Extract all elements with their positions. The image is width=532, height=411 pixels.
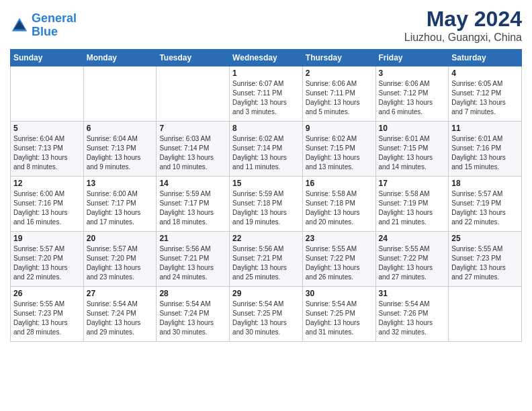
calendar-cell: 2Sunrise: 6:06 AM Sunset: 7:11 PM Daylig… bbox=[302, 66, 375, 122]
weekday-header: Friday bbox=[375, 50, 449, 66]
calendar-week: 19Sunrise: 5:57 AM Sunset: 7:20 PM Dayli… bbox=[11, 232, 522, 287]
calendar-week: 1Sunrise: 6:07 AM Sunset: 7:11 PM Daylig… bbox=[11, 66, 522, 122]
logo-icon bbox=[10, 16, 29, 35]
day-number: 11 bbox=[451, 124, 519, 133]
calendar-cell: 27Sunrise: 5:54 AM Sunset: 7:24 PM Dayli… bbox=[83, 287, 157, 342]
calendar-cell bbox=[449, 287, 522, 342]
day-info: Sunrise: 6:02 AM Sunset: 7:14 PM Dayligh… bbox=[232, 134, 300, 172]
day-info: Sunrise: 5:54 AM Sunset: 7:26 PM Dayligh… bbox=[379, 300, 446, 337]
subtitle: Liuzhou, Guangxi, China bbox=[404, 32, 522, 44]
day-number: 18 bbox=[451, 179, 519, 188]
day-number: 28 bbox=[159, 289, 226, 298]
calendar-cell: 31Sunrise: 5:54 AM Sunset: 7:26 PM Dayli… bbox=[375, 287, 449, 342]
day-number: 10 bbox=[379, 124, 446, 133]
day-info: Sunrise: 6:04 AM Sunset: 7:13 PM Dayligh… bbox=[87, 134, 154, 172]
calendar-cell: 8Sunrise: 6:02 AM Sunset: 7:14 PM Daylig… bbox=[230, 122, 303, 177]
calendar-cell: 21Sunrise: 5:56 AM Sunset: 7:21 PM Dayli… bbox=[157, 232, 230, 287]
logo-text: General Blue bbox=[32, 12, 77, 39]
calendar-cell: 24Sunrise: 5:55 AM Sunset: 7:22 PM Dayli… bbox=[375, 232, 449, 287]
day-number: 22 bbox=[232, 234, 300, 243]
calendar-cell: 7Sunrise: 6:03 AM Sunset: 7:14 PM Daylig… bbox=[157, 122, 230, 177]
calendar-cell: 23Sunrise: 5:55 AM Sunset: 7:22 PM Dayli… bbox=[302, 232, 375, 287]
calendar-cell bbox=[11, 66, 84, 122]
day-info: Sunrise: 5:54 AM Sunset: 7:24 PM Dayligh… bbox=[159, 300, 226, 337]
day-info: Sunrise: 5:54 AM Sunset: 7:25 PM Dayligh… bbox=[232, 300, 300, 337]
day-info: Sunrise: 5:57 AM Sunset: 7:19 PM Dayligh… bbox=[451, 189, 519, 227]
day-info: Sunrise: 5:59 AM Sunset: 7:18 PM Dayligh… bbox=[232, 189, 300, 227]
calendar-cell: 20Sunrise: 5:57 AM Sunset: 7:20 PM Dayli… bbox=[83, 232, 157, 287]
day-number: 26 bbox=[13, 289, 81, 298]
day-info: Sunrise: 6:01 AM Sunset: 7:16 PM Dayligh… bbox=[451, 134, 519, 172]
day-number: 31 bbox=[379, 289, 446, 298]
calendar-week: 12Sunrise: 6:00 AM Sunset: 7:16 PM Dayli… bbox=[11, 177, 522, 232]
calendar-cell: 6Sunrise: 6:04 AM Sunset: 7:13 PM Daylig… bbox=[83, 122, 157, 177]
day-number: 27 bbox=[87, 289, 154, 298]
calendar-cell: 19Sunrise: 5:57 AM Sunset: 7:20 PM Dayli… bbox=[11, 232, 84, 287]
day-info: Sunrise: 6:06 AM Sunset: 7:12 PM Dayligh… bbox=[379, 79, 446, 117]
day-info: Sunrise: 6:02 AM Sunset: 7:15 PM Dayligh… bbox=[306, 134, 373, 172]
day-info: Sunrise: 6:06 AM Sunset: 7:11 PM Dayligh… bbox=[306, 79, 373, 117]
calendar-cell: 5Sunrise: 6:04 AM Sunset: 7:13 PM Daylig… bbox=[11, 122, 84, 177]
calendar-cell: 26Sunrise: 5:55 AM Sunset: 7:23 PM Dayli… bbox=[11, 287, 84, 342]
day-number: 23 bbox=[306, 234, 373, 243]
day-number: 30 bbox=[306, 289, 373, 298]
header: General Blue May 2024 Liuzhou, Guangxi, … bbox=[10, 7, 522, 44]
calendar-cell bbox=[157, 66, 230, 122]
calendar-cell: 22Sunrise: 5:56 AM Sunset: 7:21 PM Dayli… bbox=[230, 232, 303, 287]
calendar: SundayMondayTuesdayWednesdayThursdayFrid… bbox=[10, 49, 522, 342]
day-info: Sunrise: 5:55 AM Sunset: 7:23 PM Dayligh… bbox=[451, 244, 519, 282]
weekday-header: Tuesday bbox=[157, 50, 230, 66]
calendar-cell: 10Sunrise: 6:01 AM Sunset: 7:15 PM Dayli… bbox=[375, 122, 449, 177]
weekday-header: Monday bbox=[83, 50, 157, 66]
weekday-header: Saturday bbox=[449, 50, 522, 66]
day-info: Sunrise: 5:56 AM Sunset: 7:21 PM Dayligh… bbox=[159, 244, 226, 282]
day-number: 25 bbox=[451, 234, 519, 243]
calendar-week: 26Sunrise: 5:55 AM Sunset: 7:23 PM Dayli… bbox=[11, 287, 522, 342]
calendar-cell: 12Sunrise: 6:00 AM Sunset: 7:16 PM Dayli… bbox=[11, 177, 84, 232]
calendar-cell: 13Sunrise: 6:00 AM Sunset: 7:17 PM Dayli… bbox=[83, 177, 157, 232]
calendar-cell bbox=[83, 66, 157, 122]
calendar-cell: 25Sunrise: 5:55 AM Sunset: 7:23 PM Dayli… bbox=[449, 232, 522, 287]
day-info: Sunrise: 6:01 AM Sunset: 7:15 PM Dayligh… bbox=[379, 134, 446, 172]
calendar-cell: 14Sunrise: 5:59 AM Sunset: 7:17 PM Dayli… bbox=[157, 177, 230, 232]
day-info: Sunrise: 5:57 AM Sunset: 7:20 PM Dayligh… bbox=[87, 244, 154, 282]
day-info: Sunrise: 5:59 AM Sunset: 7:17 PM Dayligh… bbox=[159, 189, 226, 227]
day-info: Sunrise: 5:55 AM Sunset: 7:22 PM Dayligh… bbox=[379, 244, 446, 282]
day-info: Sunrise: 6:07 AM Sunset: 7:11 PM Dayligh… bbox=[232, 79, 300, 117]
calendar-cell: 15Sunrise: 5:59 AM Sunset: 7:18 PM Dayli… bbox=[230, 177, 303, 232]
day-info: Sunrise: 5:57 AM Sunset: 7:20 PM Dayligh… bbox=[13, 244, 81, 282]
day-number: 12 bbox=[13, 179, 81, 188]
main-title: May 2024 bbox=[404, 7, 522, 32]
day-number: 29 bbox=[232, 289, 300, 298]
calendar-cell: 29Sunrise: 5:54 AM Sunset: 7:25 PM Dayli… bbox=[230, 287, 303, 342]
calendar-week: 5Sunrise: 6:04 AM Sunset: 7:13 PM Daylig… bbox=[11, 122, 522, 177]
day-number: 13 bbox=[87, 179, 154, 188]
day-info: Sunrise: 6:04 AM Sunset: 7:13 PM Dayligh… bbox=[13, 134, 81, 172]
title-section: May 2024 Liuzhou, Guangxi, China bbox=[404, 7, 522, 44]
weekday-header: Wednesday bbox=[230, 50, 303, 66]
day-number: 4 bbox=[451, 68, 519, 78]
day-number: 17 bbox=[379, 179, 446, 188]
day-number: 20 bbox=[87, 234, 154, 243]
day-info: Sunrise: 6:00 AM Sunset: 7:16 PM Dayligh… bbox=[13, 189, 81, 227]
calendar-cell: 28Sunrise: 5:54 AM Sunset: 7:24 PM Dayli… bbox=[157, 287, 230, 342]
day-number: 6 bbox=[87, 124, 154, 133]
calendar-cell: 11Sunrise: 6:01 AM Sunset: 7:16 PM Dayli… bbox=[449, 122, 522, 177]
page: General Blue May 2024 Liuzhou, Guangxi, … bbox=[0, 0, 532, 411]
calendar-cell: 18Sunrise: 5:57 AM Sunset: 7:19 PM Dayli… bbox=[449, 177, 522, 232]
day-info: Sunrise: 5:55 AM Sunset: 7:22 PM Dayligh… bbox=[306, 244, 373, 282]
day-info: Sunrise: 6:05 AM Sunset: 7:12 PM Dayligh… bbox=[451, 79, 519, 117]
day-number: 2 bbox=[306, 68, 373, 78]
day-number: 24 bbox=[379, 234, 446, 243]
day-info: Sunrise: 5:56 AM Sunset: 7:21 PM Dayligh… bbox=[232, 244, 300, 282]
day-number: 14 bbox=[159, 179, 226, 188]
day-number: 15 bbox=[232, 179, 300, 188]
day-number: 5 bbox=[13, 124, 81, 133]
day-number: 21 bbox=[159, 234, 226, 243]
weekday-header: Sunday bbox=[11, 50, 84, 66]
calendar-cell: 16Sunrise: 5:58 AM Sunset: 7:18 PM Dayli… bbox=[302, 177, 375, 232]
day-number: 7 bbox=[159, 124, 226, 133]
day-number: 9 bbox=[306, 124, 373, 133]
day-number: 16 bbox=[306, 179, 373, 188]
day-number: 19 bbox=[13, 234, 81, 243]
